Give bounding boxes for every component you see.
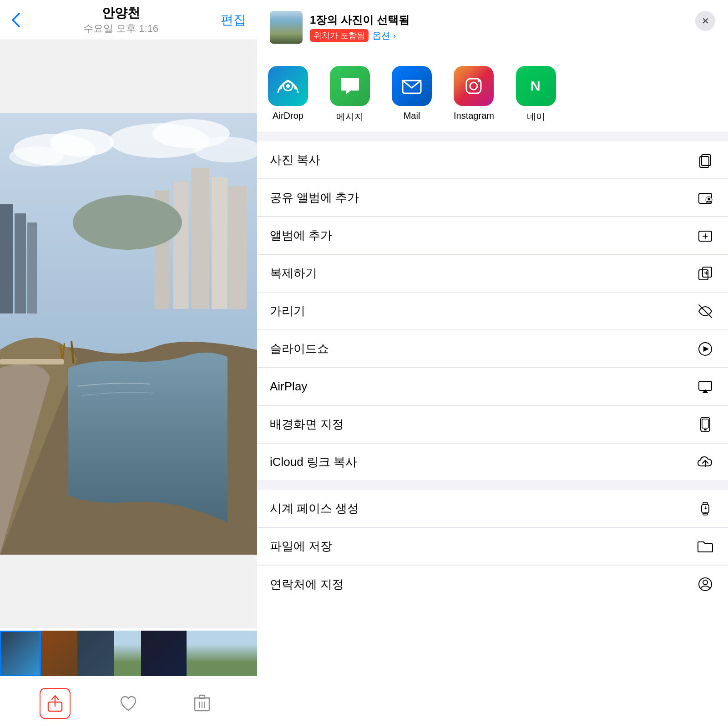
instagram-label: Instagram (454, 111, 494, 121)
svg-point-33 (470, 82, 477, 90)
hide-icon (695, 301, 715, 321)
thumbnail-4[interactable] (114, 631, 141, 676)
messages-icon (330, 66, 370, 106)
share-title: 1장의 사진이 선택됨 (310, 13, 410, 27)
action-list: 사진 복사 공유 앨범에 추가 (257, 142, 728, 728)
album-title: 안양천 (21, 5, 221, 22)
app-icon-instagram[interactable]: Instagram (443, 66, 505, 121)
svg-rect-11 (228, 186, 247, 309)
svg-point-65 (703, 580, 708, 585)
action-airplay-label: AirPlay (270, 379, 307, 394)
naver-label: 네이 (527, 111, 545, 123)
svg-rect-13 (0, 204, 13, 313)
svg-point-3 (9, 147, 64, 167)
thumbnail-3[interactable] (77, 631, 114, 676)
app-icon-mail[interactable]: Mail (381, 66, 443, 121)
location-badge-text: 위치가 포함됨 (313, 31, 365, 40)
action-slideshow[interactable]: 슬라이드쇼 (257, 330, 728, 368)
action-shared-album-label: 공유 앨범에 추가 (270, 190, 359, 206)
instagram-icon (454, 66, 494, 106)
svg-rect-59 (703, 502, 708, 505)
nav-bar: 안양천 수요일 오후 1:16 편집 (0, 0, 257, 40)
svg-rect-15 (27, 222, 37, 313)
share-thumbnail (270, 11, 303, 44)
wallpaper-icon (695, 415, 715, 435)
mail-label: Mail (404, 111, 420, 121)
options-button[interactable]: 옵션 › (372, 30, 396, 42)
action-save-file[interactable]: 파일에 저장 (257, 528, 728, 565)
action-copy-photo[interactable]: 사진 복사 (257, 142, 728, 179)
slideshow-icon (695, 339, 715, 359)
like-button[interactable] (113, 688, 144, 719)
bottom-toolbar (0, 678, 257, 728)
edit-button[interactable]: 편집 (221, 11, 246, 29)
action-duplicate-label: 복제하기 (270, 265, 317, 281)
svg-rect-45 (699, 270, 708, 280)
svg-point-30 (286, 84, 290, 88)
svg-rect-55 (702, 419, 708, 428)
action-duplicate[interactable]: 복제하기 (257, 255, 728, 292)
contact-icon (695, 574, 715, 594)
action-wallpaper-label: 배경화면 지정 (270, 416, 344, 432)
action-watch-label: 시계 페이스 생성 (270, 500, 359, 516)
app-icon-messages[interactable]: 메시지 (319, 66, 381, 123)
svg-rect-20 (0, 359, 64, 364)
thumbnail-2[interactable] (41, 631, 77, 676)
action-icloud-label: iCloud 링크 복사 (270, 454, 357, 470)
thumbnail-1[interactable] (0, 631, 41, 676)
nav-title: 안양천 수요일 오후 1:16 (21, 5, 221, 35)
thumbnail-5[interactable] (141, 631, 187, 676)
thumbnail-6[interactable] (187, 631, 257, 676)
messages-label: 메시지 (336, 111, 364, 123)
app-icon-naver[interactable]: N 네이 (505, 66, 567, 123)
svg-point-34 (478, 80, 480, 82)
shared-album-icon (695, 188, 715, 208)
app-icons-row: AirDrop 메시지 Mail (257, 53, 728, 132)
folder-icon (695, 536, 715, 556)
airplay-icon (695, 377, 715, 397)
thumbnail-strip (0, 628, 257, 678)
share-header-info: 1장의 사진이 선택됨 위치가 포함됨 옵션 › (270, 11, 410, 44)
svg-point-16 (73, 195, 182, 250)
copy-photo-icon (695, 150, 715, 170)
action-copy-photo-label: 사진 복사 (270, 152, 320, 168)
svg-rect-9 (191, 168, 209, 309)
svg-marker-51 (703, 346, 709, 352)
action-save-file-label: 파일에 저장 (270, 538, 332, 554)
svg-rect-60 (703, 513, 708, 515)
svg-rect-7 (173, 182, 189, 309)
action-set-wallpaper[interactable]: 배경화면 지정 (257, 406, 728, 443)
svg-rect-10 (212, 177, 228, 309)
album-date: 수요일 오후 1:16 (21, 22, 221, 35)
share-button[interactable] (40, 688, 71, 719)
delete-button[interactable] (187, 688, 217, 719)
svg-rect-52 (699, 381, 712, 390)
action-add-album[interactable]: 앨범에 추가 (257, 217, 728, 254)
share-panel: 1장의 사진이 선택됨 위치가 포함됨 옵션 › ✕ (257, 0, 728, 728)
action-icloud-link[interactable]: iCloud 링크 복사 (257, 444, 728, 481)
action-hide-label: 가리기 (270, 303, 305, 319)
mail-icon (392, 66, 432, 106)
action-shared-album[interactable]: 공유 앨범에 추가 (257, 179, 728, 217)
action-watch-face[interactable]: 시계 페이스 생성 (257, 490, 728, 527)
add-album-icon (695, 226, 715, 246)
duplicate-icon (695, 263, 715, 283)
action-slideshow-label: 슬라이드쇼 (270, 341, 329, 357)
action-assign-contact-label: 연락처에 지정 (270, 576, 344, 592)
svg-rect-25 (199, 695, 205, 698)
svg-rect-56 (704, 429, 707, 430)
back-button[interactable] (11, 12, 21, 28)
app-icon-airdrop[interactable]: AirDrop (257, 66, 319, 121)
close-button[interactable]: ✕ (695, 11, 715, 31)
action-assign-contact[interactable]: 연락처에 지정 (257, 566, 728, 603)
share-title-block: 1장의 사진이 선택됨 위치가 포함됨 옵션 › (310, 13, 410, 42)
action-airplay[interactable]: AirPlay (257, 368, 728, 405)
share-subtitle-row: 위치가 포함됨 옵션 › (310, 29, 410, 42)
share-header: 1장의 사진이 선택됨 위치가 포함됨 옵션 › ✕ (257, 0, 728, 53)
action-hide[interactable]: 가리기 (257, 293, 728, 330)
svg-rect-46 (703, 267, 712, 277)
location-badge: 위치가 포함됨 (310, 29, 369, 42)
main-photo (0, 40, 257, 628)
icloud-icon (695, 452, 715, 472)
airdrop-icon (268, 66, 308, 106)
